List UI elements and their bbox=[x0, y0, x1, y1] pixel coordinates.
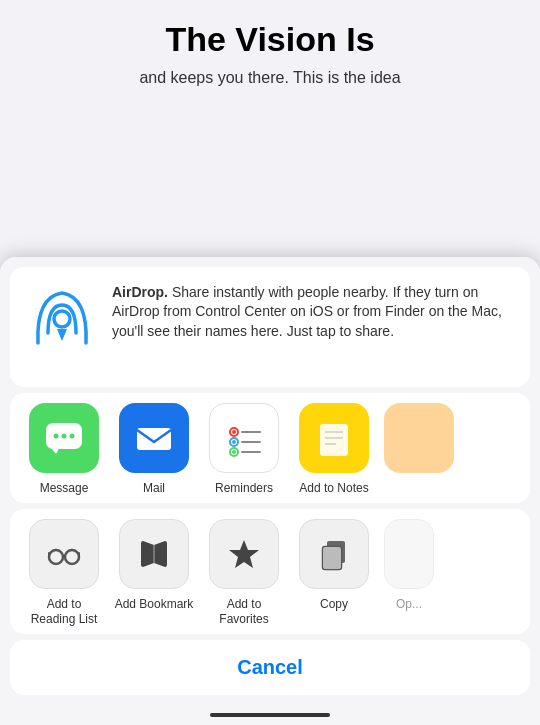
airdrop-description: AirDrop. Share instantly with people nea… bbox=[112, 283, 514, 342]
more-partial-label: Op... bbox=[396, 597, 422, 611]
svg-point-4 bbox=[54, 433, 59, 438]
svg-rect-17 bbox=[320, 424, 348, 456]
action-item-more-partial[interactable]: Op... bbox=[384, 519, 434, 626]
svg-rect-30 bbox=[323, 547, 341, 569]
app-icons-row: Message Mail bbox=[10, 393, 530, 503]
add-to-notes-app-label: Add to Notes bbox=[299, 481, 368, 495]
reminders-app-label: Reminders bbox=[215, 481, 273, 495]
airdrop-text: Share instantly with people nearby. If t… bbox=[112, 284, 502, 339]
airdrop-icon bbox=[28, 285, 96, 353]
notes-app-icon bbox=[299, 403, 369, 473]
app-item-message[interactable]: Message bbox=[24, 403, 104, 495]
page-title: The Vision Is bbox=[145, 0, 394, 59]
svg-point-0 bbox=[54, 311, 70, 327]
copy-label: Copy bbox=[320, 597, 348, 611]
copy-icon bbox=[299, 519, 369, 589]
svg-marker-1 bbox=[57, 329, 67, 341]
airdrop-icon-wrap bbox=[26, 283, 98, 355]
bookmark-label: Add Bookmark bbox=[115, 597, 194, 611]
reading-list-label: Add toReading List bbox=[31, 597, 98, 626]
svg-marker-27 bbox=[229, 540, 259, 568]
bookmark-icon bbox=[119, 519, 189, 589]
app-item-add-to-notes[interactable]: Add to Notes bbox=[294, 403, 374, 495]
action-item-bookmark[interactable]: Add Bookmark bbox=[114, 519, 194, 626]
mail-app-icon bbox=[119, 403, 189, 473]
cancel-button[interactable]: Cancel bbox=[10, 640, 530, 695]
svg-point-9 bbox=[232, 430, 236, 434]
action-item-copy[interactable]: Copy bbox=[294, 519, 374, 626]
svg-point-15 bbox=[232, 450, 236, 454]
home-bar bbox=[210, 713, 330, 717]
svg-point-22 bbox=[65, 550, 79, 564]
mail-app-label: Mail bbox=[143, 481, 165, 495]
app-item-partial[interactable] bbox=[384, 403, 454, 495]
action-item-favorites[interactable]: Add toFavorites bbox=[204, 519, 284, 626]
svg-point-6 bbox=[70, 433, 75, 438]
svg-rect-7 bbox=[137, 428, 171, 450]
actions-row: Add toReading List Add Bookmark bbox=[10, 509, 530, 634]
sheet-container: AirDrop. Share instantly with people nea… bbox=[0, 257, 540, 725]
more-partial-icon bbox=[384, 519, 434, 589]
share-sheet: AirDrop. Share instantly with people nea… bbox=[0, 257, 540, 725]
action-item-reading-list[interactable]: Add toReading List bbox=[24, 519, 104, 626]
reading-list-icon bbox=[29, 519, 99, 589]
partial-app-icon bbox=[384, 403, 454, 473]
message-app-icon bbox=[29, 403, 99, 473]
svg-point-5 bbox=[62, 433, 67, 438]
page-body: and keeps you there. This is the idea bbox=[119, 59, 420, 97]
message-app-label: Message bbox=[40, 481, 89, 495]
airdrop-title: AirDrop. bbox=[112, 284, 168, 300]
favorites-icon bbox=[209, 519, 279, 589]
app-item-mail[interactable]: Mail bbox=[114, 403, 194, 495]
home-indicator bbox=[0, 705, 540, 725]
airdrop-section: AirDrop. Share instantly with people nea… bbox=[10, 267, 530, 387]
favorites-label: Add toFavorites bbox=[219, 597, 268, 626]
svg-point-12 bbox=[232, 440, 236, 444]
app-item-reminders[interactable]: Reminders bbox=[204, 403, 284, 495]
reminders-app-icon bbox=[209, 403, 279, 473]
svg-point-21 bbox=[49, 550, 63, 564]
